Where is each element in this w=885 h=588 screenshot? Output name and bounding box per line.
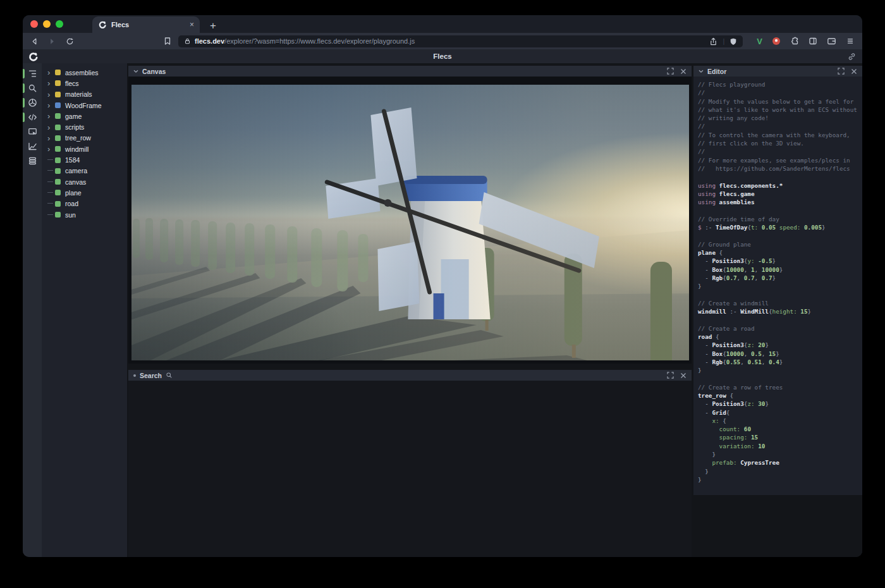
code-line: - Box{10000, 0.5, 15} xyxy=(698,350,860,358)
minimize-window-button[interactable] xyxy=(43,20,51,28)
sidebar-toggle-icon[interactable] xyxy=(809,37,817,46)
panel-dot-icon[interactable] xyxy=(133,374,136,377)
left-icon-bar xyxy=(23,63,42,557)
expand-icon[interactable]: › xyxy=(47,101,55,109)
back-button[interactable] xyxy=(30,37,39,46)
tree-item-sun[interactable]: sun xyxy=(42,209,127,220)
tree-item-1584[interactable]: 1584 xyxy=(42,154,127,165)
expand-icon[interactable]: › xyxy=(47,68,55,77)
expand-icon[interactable]: › xyxy=(47,90,55,99)
tree-item-game[interactable]: ›game xyxy=(42,111,127,121)
extensions-puzzle-icon[interactable] xyxy=(790,37,799,46)
canvas-panel-header[interactable]: Canvas xyxy=(128,66,692,77)
reload-button[interactable] xyxy=(66,37,74,46)
tree-item-assemblies[interactable]: ›assemblies xyxy=(42,67,127,78)
page-title: Flecs xyxy=(23,52,862,60)
tree-item-tree_row[interactable]: ›tree_row xyxy=(42,133,127,144)
entity-square-icon xyxy=(55,179,61,185)
tree-item-materials[interactable]: ›materials xyxy=(42,89,127,100)
search-icon xyxy=(166,372,173,379)
expand-icon[interactable]: › xyxy=(47,112,55,120)
code-line: // xyxy=(698,122,860,130)
tree-item-flecs[interactable]: ›flecs xyxy=(42,78,127,89)
browser-window: Flecs × + flecs.dev/explorer/?wasm=https… xyxy=(23,15,862,557)
iconbar-inspector-icon[interactable] xyxy=(23,125,42,139)
fullscreen-icon[interactable] xyxy=(838,68,845,75)
shield-icon[interactable] xyxy=(729,37,737,46)
code-line xyxy=(698,315,860,324)
code-line: // Create a row of trees xyxy=(698,383,860,391)
iconbar-search-icon[interactable] xyxy=(23,81,42,95)
windmill-scene xyxy=(131,85,689,360)
close-window-button[interactable] xyxy=(30,20,38,28)
tree-item-road[interactable]: road xyxy=(42,199,127,209)
stats-icon xyxy=(28,142,37,151)
editor-panel-header[interactable]: Editor xyxy=(693,66,862,77)
code-line: - Box{10000, 1, 10000} xyxy=(698,266,860,274)
tab-close-icon[interactable]: × xyxy=(190,20,194,29)
search-body[interactable] xyxy=(128,381,692,557)
module-square-icon xyxy=(55,92,61,97)
tree-item-label: assemblies xyxy=(65,69,99,77)
fullscreen-icon[interactable] xyxy=(667,68,674,75)
share-icon[interactable] xyxy=(709,37,717,46)
code-line: // Override time of day xyxy=(698,215,860,223)
vue-devtools-icon[interactable]: V xyxy=(757,37,762,46)
iconbar-data-icon[interactable] xyxy=(23,154,42,168)
forward-button[interactable] xyxy=(48,37,56,46)
tree-item-windmill[interactable]: ›windmill xyxy=(42,144,127,154)
code-line: // Flecs playground xyxy=(698,80,860,89)
bookmarks-icon[interactable] xyxy=(163,37,172,46)
code-line: - Position3{y: -0.5} xyxy=(698,257,860,265)
canvas-body xyxy=(128,77,692,364)
share-link-icon[interactable] xyxy=(848,52,856,61)
tree-item-scripts[interactable]: ›scripts xyxy=(42,121,127,132)
code-line: // Create a windmill xyxy=(698,299,860,307)
tree-item-WoodFrame[interactable]: ›WoodFrame xyxy=(42,100,127,111)
search-panel-header[interactable]: Search xyxy=(128,370,692,381)
expand-icon[interactable]: › xyxy=(47,123,55,132)
close-icon[interactable] xyxy=(680,68,687,75)
code-line: // For more examples, see examples/plecs… xyxy=(698,156,860,164)
chevron-down-icon[interactable] xyxy=(699,69,704,74)
menu-icon[interactable] xyxy=(846,37,855,46)
3d-canvas[interactable] xyxy=(131,85,689,360)
adblock-extension-icon[interactable] xyxy=(772,37,781,46)
browser-tab[interactable]: Flecs × xyxy=(92,16,200,33)
iconbar-code-icon[interactable] xyxy=(23,110,42,125)
new-tab-button[interactable]: + xyxy=(210,20,216,31)
code-line: using assemblies xyxy=(698,198,860,206)
code-line xyxy=(698,206,860,214)
iconbar-stats-icon[interactable] xyxy=(23,139,42,154)
tree-item-camera[interactable]: camera xyxy=(42,166,127,176)
tree-item-label: road xyxy=(65,200,78,207)
expand-icon[interactable]: › xyxy=(47,79,55,87)
tree-item-canvas[interactable]: canvas xyxy=(42,176,127,187)
expand-icon[interactable]: › xyxy=(47,134,55,142)
close-icon[interactable] xyxy=(851,68,857,75)
code-line: windmill :- WindMill{height: 15} xyxy=(698,307,860,315)
url-bar[interactable]: flecs.dev/explorer/?wasm=https://www.fle… xyxy=(178,35,743,47)
expand-icon[interactable]: › xyxy=(47,145,55,153)
scene-icon xyxy=(28,98,37,107)
code-line: } xyxy=(698,450,860,458)
iconbar-outliner-icon[interactable] xyxy=(23,66,42,81)
zoom-window-button[interactable] xyxy=(56,20,63,28)
tree-item-plane[interactable]: plane xyxy=(42,187,127,198)
close-icon[interactable] xyxy=(680,372,687,379)
flecs-logo[interactable] xyxy=(28,51,39,62)
code-line: // https://github.com/SanderMertens/flec… xyxy=(698,164,860,173)
tree-item-label: camera xyxy=(65,167,87,175)
code-line: // xyxy=(698,89,860,97)
wallet-icon[interactable] xyxy=(827,37,836,46)
code-line: } xyxy=(698,475,860,484)
code-editor[interactable]: // Flecs playground//// Modify the value… xyxy=(693,77,862,495)
code-line: } xyxy=(698,366,860,374)
code-line: // what it's like to work with an ECS wi… xyxy=(698,106,860,114)
code-line: // xyxy=(698,147,860,156)
code-line xyxy=(698,374,860,383)
code-line: - Position3{z: 20} xyxy=(698,341,860,349)
fullscreen-icon[interactable] xyxy=(667,372,674,379)
iconbar-scene-icon[interactable] xyxy=(23,95,42,110)
chevron-down-icon[interactable] xyxy=(133,69,138,74)
